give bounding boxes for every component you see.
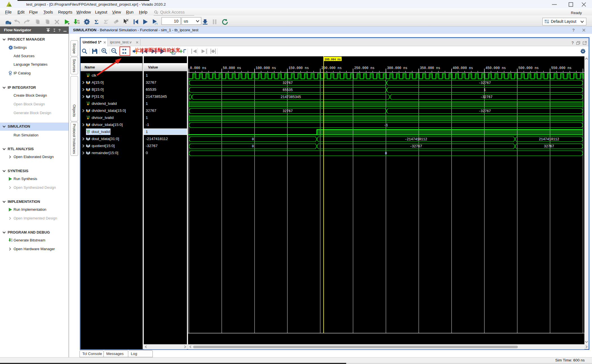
svg-text:2147385345: 2147385345 xyxy=(280,95,301,99)
svg-text:250.000 ns: 250.000 ns xyxy=(354,66,374,70)
svg-text:0: 0 xyxy=(252,137,254,141)
svg-text:-2147418112: -2147418112 xyxy=(405,137,427,141)
svg-text:-32767: -32767 xyxy=(479,81,491,85)
svg-text:32767: 32767 xyxy=(544,145,554,148)
svg-text:Σ: Σ xyxy=(94,18,98,25)
svg-text:65535: 65535 xyxy=(282,88,293,92)
svg-text:205.004 ns: 205.004 ns xyxy=(325,57,341,61)
svg-text:400.000 ns: 400.000 ns xyxy=(453,66,473,70)
svg-text:1: 1 xyxy=(484,88,486,92)
svg-text:300.000 ns: 300.000 ns xyxy=(387,66,407,70)
svg-text:01: 01 xyxy=(77,20,79,22)
svg-text:-32767: -32767 xyxy=(410,145,422,148)
svg-text:10: 10 xyxy=(11,240,13,242)
svg-text:-1: -1 xyxy=(384,123,388,127)
svg-text:450.000 ns: 450.000 ns xyxy=(485,66,506,70)
svg-text:?: ? xyxy=(58,28,61,32)
svg-text:2147418112: 2147418112 xyxy=(539,137,559,141)
svg-text:550.000 ns: 550.000 ns xyxy=(551,66,571,70)
svg-text:150.000 ns: 150.000 ns xyxy=(288,66,309,70)
svg-text:-32767: -32767 xyxy=(480,95,492,99)
svg-text:350.000 ns: 350.000 ns xyxy=(420,66,440,70)
svg-text:0.000 ns: 0.000 ns xyxy=(190,66,206,70)
svg-text:32767: 32767 xyxy=(282,81,293,85)
svg-text:50.000 ns: 50.000 ns xyxy=(223,66,241,70)
svg-text:-32767: -32767 xyxy=(479,109,491,113)
svg-text:(T): (T) xyxy=(155,22,158,25)
svg-text:0: 0 xyxy=(385,152,387,156)
svg-text:0: 0 xyxy=(252,145,254,148)
svg-text:32767: 32767 xyxy=(282,109,293,113)
svg-text:200.000 ns: 200.000 ns xyxy=(321,66,342,70)
svg-text:10: 10 xyxy=(77,22,79,24)
svg-text:500.000 ns: 500.000 ns xyxy=(518,66,539,70)
svg-text:100.000 ns: 100.000 ns xyxy=(256,66,276,70)
